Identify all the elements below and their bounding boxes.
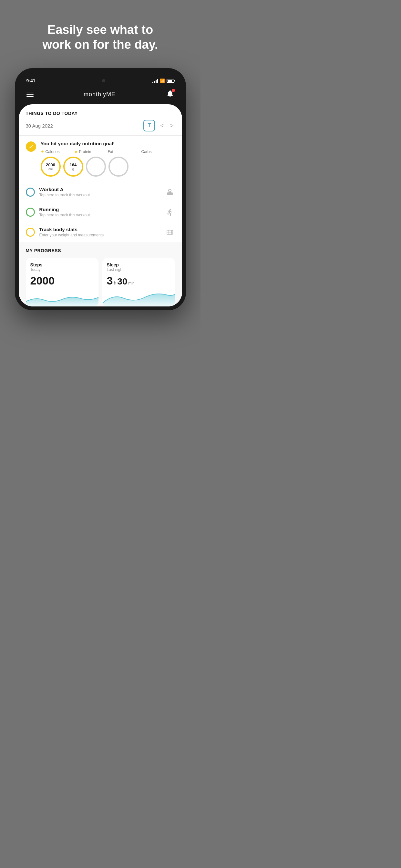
app-header: monthlyME — [19, 85, 182, 104]
steps-value: 2000 — [30, 275, 55, 287]
carbs-label: Carbs — [142, 150, 175, 154]
camera-dot — [102, 79, 105, 82]
sleep-value-row: 3 h 30 min — [107, 275, 171, 287]
signal-bar-3 — [156, 80, 157, 83]
protein-value: 164 — [70, 163, 77, 167]
steps-value-row: 2000 — [30, 275, 94, 287]
phone-screen: THINGS TO DO TODAY 30 Aug 2022 T < > — [19, 104, 182, 306]
next-day-button[interactable]: > — [169, 121, 175, 130]
status-right: 📶 — [152, 79, 174, 83]
date-navigation: T < > — [143, 120, 175, 131]
notification-badge — [172, 89, 175, 92]
hamburger-line-1 — [27, 92, 34, 92]
macro-circles: 2000 cal 164 g — [41, 157, 175, 177]
time-display: 9:41 — [27, 78, 35, 83]
notch — [76, 76, 112, 85]
calories-unit: cal — [49, 167, 53, 171]
steps-wave-chart — [26, 290, 98, 306]
sleep-wave-svg — [102, 290, 175, 306]
fat-circle — [86, 157, 106, 177]
steps-card: Steps Today 2000 — [26, 258, 98, 306]
signal-bar-2 — [154, 81, 155, 83]
workout-task-content: Workout A Tap here to track this workout — [39, 187, 160, 197]
battery-icon — [166, 79, 174, 83]
today-button[interactable]: T — [143, 120, 155, 131]
signal-bar-1 — [152, 82, 153, 83]
hamburger-line-2 — [27, 94, 34, 95]
carbs-label-text: Carbs — [142, 150, 152, 154]
hamburger-line-3 — [27, 96, 34, 97]
notification-button[interactable] — [166, 89, 174, 99]
status-bar: 9:41 📶 — [19, 72, 182, 85]
bodystats-task-name: Track body stats — [39, 227, 160, 232]
section-title: THINGS TO DO TODAY — [26, 111, 175, 116]
signal-icon — [152, 79, 158, 83]
sleep-card-label: Sleep — [107, 262, 171, 268]
sleep-wave-chart — [102, 290, 175, 306]
battery-fill — [167, 80, 172, 82]
bodystats-task-circle — [26, 228, 35, 237]
calories-circle: 2000 cal — [41, 157, 61, 177]
task-row-running[interactable]: Running Tap here to track this workout — [19, 202, 182, 222]
protein-unit: g — [72, 167, 74, 171]
protein-star: ★ — [74, 150, 78, 154]
task-row-body-stats[interactable]: Track body stats Enter your weight and m… — [19, 222, 182, 242]
calories-star: ★ — [41, 150, 44, 154]
sleep-minutes-unit: min — [128, 281, 134, 285]
scale-icon — [165, 227, 175, 237]
today-section-header: THINGS TO DO TODAY — [19, 104, 182, 118]
fat-label: Fat — [108, 150, 142, 154]
signal-bar-4 — [157, 79, 158, 83]
notch-area — [76, 76, 112, 85]
protein-label-text: Protein — [79, 150, 91, 154]
progress-cards: Steps Today 2000 — [26, 258, 175, 306]
fat-label-text: Fat — [108, 150, 113, 154]
prev-day-button[interactable]: < — [159, 121, 165, 130]
goal-check-circle — [26, 142, 36, 152]
menu-button[interactable] — [27, 92, 34, 97]
running-task-circle — [26, 208, 35, 217]
bodystats-task-sub: Enter your weight and measurements — [39, 233, 160, 237]
sleep-hours-unit: h — [114, 280, 116, 285]
calories-label-text: Calories — [45, 150, 60, 154]
protein-circle: 164 g — [63, 157, 83, 177]
bodystats-task-content: Track body stats Enter your weight and m… — [39, 227, 160, 237]
sleep-card: Sleep Last night 3 h 30 min — [102, 258, 175, 306]
wifi-icon: 📶 — [160, 79, 165, 83]
nutrition-content: You hit your daily nutrition goal! ★ Cal… — [41, 141, 175, 177]
sleep-hours-value: 3 — [107, 275, 113, 287]
nutrition-row: You hit your daily nutrition goal! ★ Cal… — [19, 135, 182, 182]
protein-label: ★ Protein — [74, 150, 108, 154]
workout-task-name: Workout A — [39, 187, 160, 192]
kettlebell-icon — [165, 187, 175, 197]
running-task-content: Running Tap here to track this workout — [39, 207, 160, 217]
sleep-minutes-value: 30 — [117, 276, 127, 287]
steps-card-label: Steps — [30, 262, 94, 268]
steps-wave-svg — [26, 290, 98, 306]
progress-section: MY PROGRESS Steps Today 2000 — [19, 242, 182, 306]
date-row: 30 Aug 2022 T < > — [19, 118, 182, 135]
task-row-workout[interactable]: Workout A Tap here to track this workout — [19, 182, 182, 202]
phone-inner: THINGS TO DO TODAY 30 Aug 2022 T < > — [19, 104, 182, 306]
app-logo: monthlyME — [84, 91, 116, 98]
running-task-sub: Tap here to track this workout — [39, 213, 160, 217]
workout-task-circle — [26, 188, 35, 197]
date-display: 30 Aug 2022 — [26, 123, 53, 128]
sleep-card-sublabel: Last night — [107, 268, 171, 272]
hero-text: Easily see what to work on for the day. — [23, 0, 177, 68]
progress-section-title: MY PROGRESS — [26, 248, 175, 253]
shoe-icon — [165, 207, 175, 217]
steps-card-sublabel: Today — [30, 268, 94, 272]
checkmark-icon — [28, 144, 34, 149]
calories-label: ★ Calories — [41, 150, 74, 154]
nutrition-goal-text: You hit your daily nutrition goal! — [41, 141, 175, 146]
macro-labels: ★ Calories ★ Protein Fat Carbs — [41, 150, 175, 154]
workout-task-sub: Tap here to track this workout — [39, 193, 160, 197]
phone-mockup: 9:41 📶 monthlyME — [15, 68, 186, 310]
carbs-circle — [109, 157, 128, 177]
calories-value: 2000 — [46, 163, 55, 167]
running-task-name: Running — [39, 207, 160, 212]
